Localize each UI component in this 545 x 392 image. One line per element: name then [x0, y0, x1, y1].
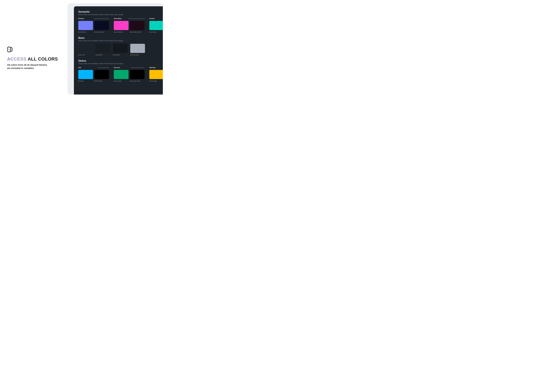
group-success: Success ↳d-colors/status/success ✿succes…	[114, 67, 144, 82]
section-desc-status: Theme colors can be edited in order to f…	[78, 63, 163, 65]
swatch-primary-content[interactable]: ✿primary/content	[94, 21, 109, 33]
group-secondary: Secondary ↳d-colors/semantic/secondary ✿…	[114, 18, 144, 33]
variable-icon: ✿	[114, 80, 115, 82]
variable-icon: ✿	[78, 31, 79, 33]
variable-icon: ✿	[130, 80, 131, 82]
headline: ACCESS ALL COLORS	[7, 56, 62, 61]
swatch-warning-bg[interactable]: ✿warning/bg	[149, 70, 163, 82]
section-title-semantic: Semantic	[78, 10, 163, 13]
headline-access: ACCESS	[7, 56, 28, 61]
variable-icon: ✿	[130, 31, 131, 33]
swatch-color	[94, 70, 109, 79]
group-accent: Accent ✿accent/bg	[149, 18, 163, 33]
section-desc-base: Theme colors can be edited in order to f…	[78, 40, 163, 42]
swatch-info-bg[interactable]: ✿info/bg	[78, 70, 93, 82]
swatch-base-300[interactable]: ✿base/300	[113, 44, 128, 55]
variable-icon: ✿	[149, 31, 150, 33]
headline-all: ALL COLORS	[28, 56, 58, 61]
swatch-color	[114, 21, 129, 30]
daisyui-logo-icon	[7, 46, 62, 53]
section-title-status: Status	[78, 59, 163, 62]
swatch-secondary-bg[interactable]: ✿secondary/bg	[114, 21, 129, 33]
swatch-color	[78, 21, 93, 30]
variable-icon: ✿	[94, 31, 95, 33]
subheadline: All colors from all 32 daisyUI themes ar…	[7, 63, 62, 70]
group-path-success: ↳d-colors/status/success	[131, 67, 144, 68]
swatch-color	[130, 70, 144, 79]
swatch-color	[130, 21, 144, 30]
group-name-success: Success	[114, 67, 120, 68]
swatch-base-content[interactable]: ✿base/content	[130, 44, 145, 55]
swatch-primary-bg[interactable]: ✿primary/bg	[78, 21, 93, 33]
swatch-color	[94, 21, 109, 30]
variable-icon: ✿	[149, 80, 150, 82]
swatch-base-200[interactable]: ✿base/200	[96, 44, 110, 55]
group-path-secondary: ↳d-colors/semantic/secondary	[128, 18, 144, 19]
marketing-copy: ACCESS ALL COLORS All colors from all 32…	[7, 46, 62, 70]
variable-icon: ✿	[78, 80, 79, 82]
swatch-color	[78, 44, 93, 53]
swatch-success-content[interactable]: ✿success/content	[130, 70, 144, 82]
group-name-accent: Accent	[149, 18, 155, 19]
group-path-info: ↳d-colors/status/info	[98, 67, 109, 68]
swatch-color	[78, 70, 93, 79]
swatch-color	[96, 44, 110, 53]
swatch-color	[113, 44, 128, 53]
variable-icon: ✿	[94, 80, 95, 82]
swatch-color	[149, 70, 163, 79]
svg-point-0	[9, 49, 9, 50]
group-path-primary: ↳d-colors/semantic/primary	[94, 18, 109, 19]
group-primary: Primary ↳d-colors/semantic/primary ✿prim…	[78, 18, 109, 33]
swatch-secondary-content[interactable]: ✿secondary/content	[130, 21, 144, 33]
swatch-info-content[interactable]: ✿info/content	[94, 70, 109, 82]
swatch-color	[130, 44, 145, 53]
semantic-groups: Primary ↳d-colors/semantic/primary ✿prim…	[78, 18, 163, 33]
swatch-color	[114, 70, 129, 79]
swatch-accent-bg[interactable]: ✿accent/bg	[149, 21, 163, 33]
variable-icon: ✿	[113, 54, 114, 55]
base-groups: ✿base/100 ✿base/200 ✿base/300 ✿base/cont…	[78, 44, 163, 55]
swatch-base-100[interactable]: ✿base/100	[78, 44, 93, 55]
variable-icon: ✿	[78, 54, 79, 55]
section-title-base: Base	[78, 36, 163, 39]
group-name-secondary: Secondary	[114, 18, 122, 19]
status-groups: Info ↳d-colors/status/info ✿info/bg ✿inf…	[78, 67, 163, 82]
group-info: Info ↳d-colors/status/info ✿info/bg ✿inf…	[78, 67, 109, 82]
variable-icon: ✿	[96, 54, 97, 55]
swatch-success-bg[interactable]: ✿success/bg	[114, 70, 129, 82]
color-palette-panel: Semantic Theme colors can be edited in o…	[74, 6, 163, 95]
preview-frame: Semantic Theme colors can be edited in o…	[68, 3, 163, 95]
variable-icon: ✿	[114, 31, 115, 33]
group-name-primary: Primary	[78, 18, 84, 19]
variable-icon: ✿	[130, 54, 131, 55]
group-name-info: Info	[78, 67, 81, 68]
group-name-warning: Warning	[149, 67, 155, 68]
section-desc-semantic: Theme colors can be edited in order to f…	[78, 14, 163, 15]
group-warning: Warning ✿warning/bg	[149, 67, 163, 82]
swatch-color	[149, 21, 163, 30]
